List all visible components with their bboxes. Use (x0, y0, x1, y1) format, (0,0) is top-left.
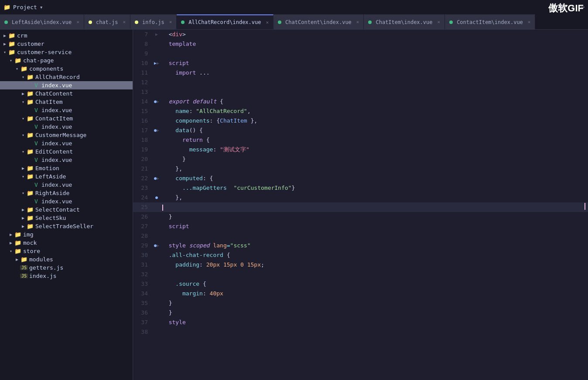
sidebar-label: getters.js (29, 264, 63, 271)
line-number: 18 (133, 135, 153, 145)
line-code[interactable]: script (160, 222, 584, 231)
line-code[interactable]: } (160, 308, 584, 318)
sidebar-label: ChatItem (35, 99, 63, 105)
line-code[interactable]: components: {ChatItem }, (160, 116, 584, 126)
line-code[interactable]: import ... (160, 68, 584, 78)
line-code[interactable]: }, (160, 193, 584, 202)
chevron-icon[interactable]: ▾ (40, 4, 43, 10)
sidebar-item-index-rightaside[interactable]: Vindex.vue (0, 197, 133, 205)
sidebar-item-customer-service[interactable]: ▾📁customer-service (0, 48, 133, 56)
sidebar-item-index-editcontent[interactable]: Vindex.vue (0, 156, 133, 164)
line-code[interactable]: padding: 20px 15px 0 15px; (160, 260, 584, 270)
project-label[interactable]: Project (13, 4, 37, 10)
line-code[interactable]: style (160, 318, 584, 327)
code-line-33: 33 .source { (133, 279, 588, 289)
line-code[interactable]: } (160, 212, 584, 222)
line-code[interactable]: message: "测试文字" (160, 145, 584, 154)
line-code[interactable]: template (160, 39, 584, 49)
sidebar-item-index-chatitem[interactable]: Vindex.vue (0, 106, 133, 114)
sidebar-item-store[interactable]: ▾📁store (0, 247, 133, 255)
line-code[interactable]: } (160, 154, 584, 164)
sidebar-item-index-customermessage[interactable]: Vindex.vue (0, 139, 133, 147)
tab-chat[interactable]: chat.js× (84, 14, 130, 29)
cross-icon[interactable]: ⊠ (561, 3, 564, 10)
code-editor[interactable]: 7 ▶ <div> 8 template 9 10 ▶▶ script 11 i… (133, 30, 588, 380)
sidebar-item-getters-js[interactable]: JSgetters.js (0, 264, 133, 272)
menu-icon[interactable]: ⋮ (570, 3, 576, 10)
code-line-23: 23 ...mapGetters "curCustomerInfo"} (133, 183, 588, 193)
sidebar-item-customer[interactable]: ▶📁customer (0, 40, 133, 48)
code-line-14: 14 ●▶ export default { (133, 97, 588, 106)
sidebar-item-CustomerMessage[interactable]: ▾📁CustomerMessage (0, 131, 133, 139)
sidebar-item-SelectContact[interactable]: ▶📁SelectContact (0, 205, 133, 214)
tab-info[interactable]: info.js× (130, 14, 177, 29)
sidebar-item-ChatContent[interactable]: ▶📁ChatContent (0, 89, 133, 98)
sidebar-item-components[interactable]: ▾📁components (0, 65, 133, 73)
line-code[interactable]: <div> (160, 30, 584, 39)
tab-leftaside[interactable]: LeftAside\index.vue× (0, 14, 84, 29)
line-code[interactable] (160, 202, 584, 212)
line-code[interactable] (160, 270, 584, 279)
line-code[interactable]: .all-chat-record { (160, 250, 584, 260)
tab-chatitem[interactable]: ChatItem\index.vue× (364, 14, 445, 29)
line-number: 10 (133, 58, 153, 68)
line-code[interactable]: data() { (160, 126, 584, 135)
sidebar-label: index.js (29, 273, 57, 279)
line-code[interactable] (160, 49, 584, 58)
code-line-35: 35 } (133, 298, 588, 308)
line-code[interactable]: return { (160, 135, 584, 145)
sidebar-item-img[interactable]: ▶📁img (0, 230, 133, 239)
line-code[interactable]: script (160, 58, 584, 68)
line-code[interactable]: margin: 40px (160, 289, 584, 298)
sidebar-item-chat-page[interactable]: ▾📁chat-page (0, 56, 133, 65)
tab-allchat[interactable]: AllChatRecord\index.vue× (177, 14, 273, 29)
line-code[interactable]: .source { (160, 279, 584, 289)
line-number: 29 (133, 241, 153, 250)
sidebar-item-AllChatRecord[interactable]: ▾📁AllChatRecord (0, 73, 133, 81)
sidebar-item-crm[interactable]: ▶📁crm (0, 31, 133, 40)
line-code[interactable] (160, 78, 584, 87)
sidebar-label: crm (17, 32, 27, 39)
line-code[interactable] (160, 231, 584, 241)
code-line-22: 22 ●▶ computed: { (133, 174, 588, 183)
code-line-19: 19 message: "测试文字" (133, 145, 588, 154)
code-line-26: 26 } (133, 212, 588, 222)
tab-contactitem[interactable]: ContactItem\index.vue× (445, 14, 535, 29)
sidebar-item-Emotion[interactable]: ▶📁Emotion (0, 164, 133, 172)
line-code[interactable]: export default { (160, 97, 584, 106)
sidebar-item-index-leftaside[interactable]: Vindex.vue (0, 181, 133, 189)
line-number: 25 (133, 202, 153, 212)
line-gutter (153, 212, 160, 222)
line-code[interactable]: style scoped lang="scss" (160, 241, 584, 250)
line-number: 7 (133, 30, 153, 39)
line-code[interactable]: } (160, 298, 584, 308)
line-code[interactable]: computed: { (160, 174, 584, 183)
line-number: 36 (133, 308, 153, 318)
sidebar-item-SelectSku[interactable]: ▶📁SelectSku (0, 214, 133, 222)
line-gutter: ▶▶ (153, 58, 160, 68)
sidebar-item-ChatItem[interactable]: ▾📁ChatItem (0, 98, 133, 106)
line-code[interactable]: name: "AllChatRecord", (160, 106, 584, 116)
line-code[interactable] (160, 87, 584, 97)
sidebar-item-LeftAside[interactable]: ▾📁LeftAside (0, 172, 133, 181)
line-gutter (153, 39, 160, 49)
sidebar-item-index-js[interactable]: JSindex.js (0, 272, 133, 280)
code-line-32: 32 (133, 270, 588, 279)
sidebar-item-SelectTradeSeller[interactable]: ▶📁SelectTradeSeller (0, 222, 133, 230)
sidebar-label: CustomerMessage (35, 132, 86, 138)
minimize-icon[interactable]: ─ (581, 3, 585, 10)
tab-chatcontent[interactable]: ChatContent\index.vue× (273, 14, 364, 29)
line-code[interactable]: }, (160, 164, 584, 174)
sidebar-item-EditContent[interactable]: ▾📁EditContent (0, 147, 133, 156)
sidebar-item-mock[interactable]: ▶📁mock (0, 239, 133, 247)
circle-icon[interactable]: ⊙ (552, 3, 555, 10)
line-gutter: ▶ (153, 30, 160, 39)
sidebar-item-ContactItem[interactable]: ▾📁ContactItem (0, 114, 133, 123)
sidebar-item-modules[interactable]: ▶📁modules (0, 255, 133, 264)
line-gutter: ●▶ (153, 126, 160, 135)
line-code[interactable] (160, 327, 584, 337)
sidebar-item-RightAside[interactable]: ▾📁RightAside (0, 189, 133, 197)
line-code[interactable]: ...mapGetters "curCustomerInfo"} (160, 183, 584, 193)
sidebar-item-index-allchat[interactable]: Vindex.vue (0, 81, 133, 89)
sidebar-item-index-contactitem[interactable]: Vindex.vue (0, 123, 133, 131)
